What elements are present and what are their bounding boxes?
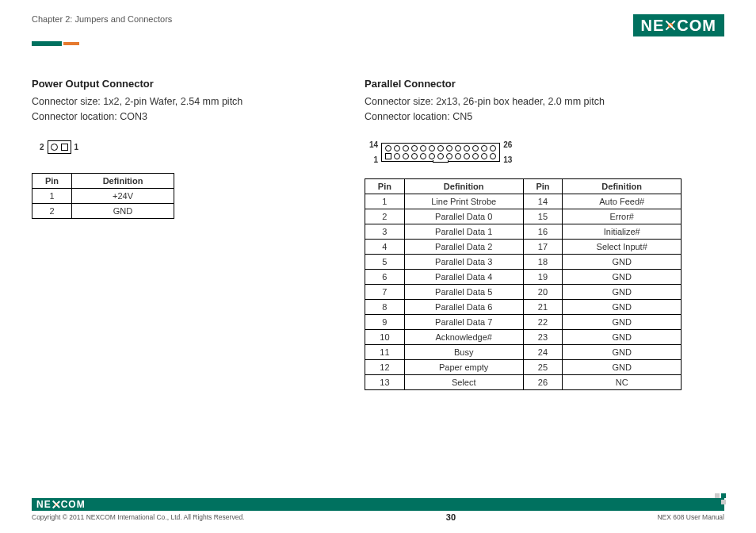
cell-pin: 14 xyxy=(523,194,563,209)
table-row: 2GND xyxy=(32,203,174,218)
cell-pin: 2 xyxy=(365,209,405,224)
cell-def: GND xyxy=(563,269,682,284)
cell-def: Parallel Data 2 xyxy=(404,239,523,254)
pin-circle-icon xyxy=(411,145,418,151)
pin-circle-icon xyxy=(481,145,487,151)
copyright-text: Copyright © 2011 NEXCOM International Co… xyxy=(32,513,244,521)
pin-circle-icon xyxy=(394,145,400,151)
cell-pin: 2 xyxy=(32,203,72,218)
footer-squares-icon xyxy=(715,493,726,504)
footer-bar: NE COM xyxy=(32,498,724,511)
cell-pin: 22 xyxy=(523,314,563,329)
table-row: 9Parallel Data 722GND xyxy=(365,314,682,329)
cell-def: NC xyxy=(563,374,682,389)
cell-def: Acknowledge# xyxy=(404,329,523,344)
cell-pin: 10 xyxy=(365,329,405,344)
cell-def: Parallel Data 0 xyxy=(404,209,523,224)
logo-text-left: NE xyxy=(641,17,665,35)
manual-name: NEX 608 User Manual xyxy=(657,513,724,521)
cell-def: Busy xyxy=(404,344,523,359)
pin-circle-icon xyxy=(472,145,479,151)
table-row: 7Parallel Data 520GND xyxy=(365,284,682,299)
diagram-label-1: 1 xyxy=(369,155,378,164)
cell-pin: 23 xyxy=(523,329,563,344)
diagram-label-1: 1 xyxy=(74,143,79,151)
pin-circle-icon xyxy=(446,153,452,159)
cell-pin: 17 xyxy=(523,239,563,254)
logo-text-right: COM xyxy=(677,17,716,35)
header-notch-icon xyxy=(433,160,449,163)
cell-def: GND xyxy=(563,359,682,374)
page-number: 30 xyxy=(446,512,456,522)
cell-def: Paper empty xyxy=(404,359,523,374)
th-def: Definition xyxy=(72,173,174,188)
pin-circle-icon xyxy=(437,145,444,151)
cell-pin: 15 xyxy=(523,209,563,224)
pin-circle-icon xyxy=(429,145,435,151)
pin-circle-icon xyxy=(481,153,487,159)
cell-def: GND xyxy=(563,344,682,359)
brand-logo: NE COM xyxy=(633,14,724,36)
table-row: 11Busy24GND xyxy=(365,344,682,359)
cell-pin: 9 xyxy=(365,314,405,329)
parallel-connector-title: Parallel Connector xyxy=(365,78,724,90)
table-row: 8Parallel Data 621GND xyxy=(365,299,682,314)
power-pin-table: Pin Definition 1+24V2GND xyxy=(32,173,174,219)
diagram-label-14: 14 xyxy=(369,140,378,149)
pin-circle-icon xyxy=(411,153,418,159)
cell-def: GND xyxy=(563,329,682,344)
th-pin: Pin xyxy=(32,173,72,188)
pin-circle-icon xyxy=(394,153,400,159)
power-connector-title: Power Output Connector xyxy=(32,78,325,90)
cell-def: GND xyxy=(563,254,682,269)
cell-pin: 19 xyxy=(523,269,563,284)
parallel-desc-line1: Connector size: 2x13, 26-pin box header,… xyxy=(365,96,605,107)
table-row: 2Parallel Data 015Error# xyxy=(365,209,682,224)
power-desc-line1: Connector size: 1x2, 2-pin Wafer, 2.54 m… xyxy=(32,96,242,107)
diagram-label-13: 13 xyxy=(503,155,512,164)
parallel-desc-line2: Connector location: CN5 xyxy=(365,111,472,122)
pin-circle-icon xyxy=(455,145,461,151)
parallel-connector-diagram: 14 1 26 13 xyxy=(366,140,724,164)
parallel-connector-desc: Connector size: 2x13, 26-pin box header,… xyxy=(365,94,724,125)
pin-circle-icon xyxy=(490,145,496,151)
cell-pin: 3 xyxy=(365,224,405,239)
pin-square-icon xyxy=(385,153,391,159)
cell-pin: 25 xyxy=(523,359,563,374)
pin-circle-icon xyxy=(437,153,444,159)
th-pin-b: Pin xyxy=(523,178,563,194)
cell-def: GND xyxy=(563,284,682,299)
cell-pin: 4 xyxy=(365,239,405,254)
pin-circle-icon xyxy=(403,145,409,151)
pin-circle-icon xyxy=(403,153,409,159)
cell-pin: 7 xyxy=(365,284,405,299)
cell-pin: 21 xyxy=(523,299,563,314)
pin-circle-icon xyxy=(385,145,391,151)
power-desc-line2: Connector location: CON3 xyxy=(32,111,147,122)
cell-def: Parallel Data 3 xyxy=(404,254,523,269)
pin-circle-icon xyxy=(455,153,461,159)
cell-def: GND xyxy=(563,314,682,329)
cell-pin: 26 xyxy=(523,374,563,389)
cell-def: Parallel Data 5 xyxy=(404,284,523,299)
cell-pin: 6 xyxy=(365,269,405,284)
pin-circle-icon xyxy=(446,145,452,151)
table-row: 5Parallel Data 318GND xyxy=(365,254,682,269)
logo-x-icon xyxy=(665,20,676,31)
table-row: 12Paper empty25GND xyxy=(365,359,682,374)
pin-circle-icon xyxy=(429,153,435,159)
cell-pin: 5 xyxy=(365,254,405,269)
cell-pin: 13 xyxy=(365,374,405,389)
cell-def: Initialize# xyxy=(563,224,682,239)
diagram-label-26: 26 xyxy=(503,140,512,149)
pin-circle-icon xyxy=(420,145,426,151)
th-def-a: Definition xyxy=(404,178,523,194)
pin-circle-icon xyxy=(464,153,470,159)
footer-logo-x-icon xyxy=(52,500,60,508)
table-row: 4Parallel Data 217Select Input# xyxy=(365,239,682,254)
cell-def: Line Print Strobe xyxy=(404,194,523,209)
pin-circle-icon xyxy=(420,153,426,159)
cell-pin: 24 xyxy=(523,344,563,359)
cell-def: Parallel Data 1 xyxy=(404,224,523,239)
footer-logo: NE COM xyxy=(36,499,86,510)
